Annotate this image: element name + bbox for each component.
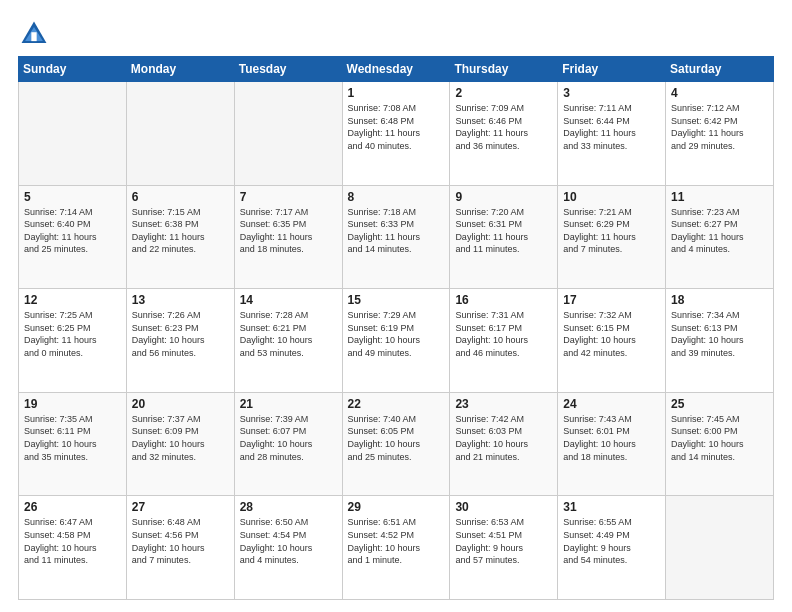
day-number: 29 [348, 500, 445, 514]
calendar-cell: 31Sunrise: 6:55 AM Sunset: 4:49 PM Dayli… [558, 496, 666, 600]
calendar-cell: 23Sunrise: 7:42 AM Sunset: 6:03 PM Dayli… [450, 392, 558, 496]
day-number: 23 [455, 397, 552, 411]
calendar-cell: 27Sunrise: 6:48 AM Sunset: 4:56 PM Dayli… [126, 496, 234, 600]
day-number: 24 [563, 397, 660, 411]
calendar-cell: 15Sunrise: 7:29 AM Sunset: 6:19 PM Dayli… [342, 289, 450, 393]
day-info: Sunrise: 7:42 AM Sunset: 6:03 PM Dayligh… [455, 413, 552, 463]
calendar-week-row: 26Sunrise: 6:47 AM Sunset: 4:58 PM Dayli… [19, 496, 774, 600]
calendar-cell: 6Sunrise: 7:15 AM Sunset: 6:38 PM Daylig… [126, 185, 234, 289]
calendar-week-row: 1Sunrise: 7:08 AM Sunset: 6:48 PM Daylig… [19, 82, 774, 186]
day-number: 9 [455, 190, 552, 204]
day-number: 8 [348, 190, 445, 204]
day-info: Sunrise: 6:51 AM Sunset: 4:52 PM Dayligh… [348, 516, 445, 566]
calendar-cell: 30Sunrise: 6:53 AM Sunset: 4:51 PM Dayli… [450, 496, 558, 600]
logo-icon [18, 18, 50, 50]
calendar-cell: 20Sunrise: 7:37 AM Sunset: 6:09 PM Dayli… [126, 392, 234, 496]
calendar-cell: 17Sunrise: 7:32 AM Sunset: 6:15 PM Dayli… [558, 289, 666, 393]
day-number: 12 [24, 293, 121, 307]
day-header-saturday: Saturday [666, 57, 774, 82]
day-info: Sunrise: 6:47 AM Sunset: 4:58 PM Dayligh… [24, 516, 121, 566]
day-info: Sunrise: 7:37 AM Sunset: 6:09 PM Dayligh… [132, 413, 229, 463]
day-info: Sunrise: 7:45 AM Sunset: 6:00 PM Dayligh… [671, 413, 768, 463]
calendar-cell: 8Sunrise: 7:18 AM Sunset: 6:33 PM Daylig… [342, 185, 450, 289]
calendar-cell: 5Sunrise: 7:14 AM Sunset: 6:40 PM Daylig… [19, 185, 127, 289]
calendar-week-row: 19Sunrise: 7:35 AM Sunset: 6:11 PM Dayli… [19, 392, 774, 496]
day-number: 28 [240, 500, 337, 514]
day-number: 3 [563, 86, 660, 100]
day-number: 10 [563, 190, 660, 204]
day-number: 2 [455, 86, 552, 100]
day-number: 6 [132, 190, 229, 204]
calendar-cell: 10Sunrise: 7:21 AM Sunset: 6:29 PM Dayli… [558, 185, 666, 289]
calendar-cell: 18Sunrise: 7:34 AM Sunset: 6:13 PM Dayli… [666, 289, 774, 393]
day-info: Sunrise: 6:55 AM Sunset: 4:49 PM Dayligh… [563, 516, 660, 566]
day-number: 4 [671, 86, 768, 100]
calendar-cell: 12Sunrise: 7:25 AM Sunset: 6:25 PM Dayli… [19, 289, 127, 393]
calendar-cell [19, 82, 127, 186]
calendar-cell: 19Sunrise: 7:35 AM Sunset: 6:11 PM Dayli… [19, 392, 127, 496]
day-info: Sunrise: 6:53 AM Sunset: 4:51 PM Dayligh… [455, 516, 552, 566]
day-number: 20 [132, 397, 229, 411]
day-number: 19 [24, 397, 121, 411]
day-number: 14 [240, 293, 337, 307]
day-info: Sunrise: 7:43 AM Sunset: 6:01 PM Dayligh… [563, 413, 660, 463]
day-number: 5 [24, 190, 121, 204]
calendar: SundayMondayTuesdayWednesdayThursdayFrid… [18, 56, 774, 600]
day-info: Sunrise: 7:23 AM Sunset: 6:27 PM Dayligh… [671, 206, 768, 256]
day-info: Sunrise: 7:28 AM Sunset: 6:21 PM Dayligh… [240, 309, 337, 359]
day-number: 22 [348, 397, 445, 411]
day-info: Sunrise: 7:26 AM Sunset: 6:23 PM Dayligh… [132, 309, 229, 359]
calendar-cell: 26Sunrise: 6:47 AM Sunset: 4:58 PM Dayli… [19, 496, 127, 600]
day-info: Sunrise: 7:12 AM Sunset: 6:42 PM Dayligh… [671, 102, 768, 152]
day-header-sunday: Sunday [19, 57, 127, 82]
calendar-cell: 1Sunrise: 7:08 AM Sunset: 6:48 PM Daylig… [342, 82, 450, 186]
day-info: Sunrise: 7:20 AM Sunset: 6:31 PM Dayligh… [455, 206, 552, 256]
calendar-week-row: 5Sunrise: 7:14 AM Sunset: 6:40 PM Daylig… [19, 185, 774, 289]
day-header-monday: Monday [126, 57, 234, 82]
day-info: Sunrise: 7:29 AM Sunset: 6:19 PM Dayligh… [348, 309, 445, 359]
day-info: Sunrise: 7:18 AM Sunset: 6:33 PM Dayligh… [348, 206, 445, 256]
calendar-cell: 13Sunrise: 7:26 AM Sunset: 6:23 PM Dayli… [126, 289, 234, 393]
calendar-cell: 21Sunrise: 7:39 AM Sunset: 6:07 PM Dayli… [234, 392, 342, 496]
calendar-cell: 11Sunrise: 7:23 AM Sunset: 6:27 PM Dayli… [666, 185, 774, 289]
day-info: Sunrise: 7:32 AM Sunset: 6:15 PM Dayligh… [563, 309, 660, 359]
day-number: 25 [671, 397, 768, 411]
day-info: Sunrise: 6:50 AM Sunset: 4:54 PM Dayligh… [240, 516, 337, 566]
calendar-cell: 29Sunrise: 6:51 AM Sunset: 4:52 PM Dayli… [342, 496, 450, 600]
calendar-cell: 22Sunrise: 7:40 AM Sunset: 6:05 PM Dayli… [342, 392, 450, 496]
calendar-cell [126, 82, 234, 186]
page: SundayMondayTuesdayWednesdayThursdayFrid… [0, 0, 792, 612]
day-number: 30 [455, 500, 552, 514]
day-number: 17 [563, 293, 660, 307]
day-info: Sunrise: 7:31 AM Sunset: 6:17 PM Dayligh… [455, 309, 552, 359]
day-number: 16 [455, 293, 552, 307]
calendar-cell: 28Sunrise: 6:50 AM Sunset: 4:54 PM Dayli… [234, 496, 342, 600]
day-header-wednesday: Wednesday [342, 57, 450, 82]
day-info: Sunrise: 7:11 AM Sunset: 6:44 PM Dayligh… [563, 102, 660, 152]
day-number: 26 [24, 500, 121, 514]
header [18, 18, 774, 50]
day-info: Sunrise: 7:08 AM Sunset: 6:48 PM Dayligh… [348, 102, 445, 152]
day-info: Sunrise: 7:17 AM Sunset: 6:35 PM Dayligh… [240, 206, 337, 256]
calendar-cell: 2Sunrise: 7:09 AM Sunset: 6:46 PM Daylig… [450, 82, 558, 186]
calendar-cell: 9Sunrise: 7:20 AM Sunset: 6:31 PM Daylig… [450, 185, 558, 289]
calendar-cell: 3Sunrise: 7:11 AM Sunset: 6:44 PM Daylig… [558, 82, 666, 186]
day-info: Sunrise: 7:15 AM Sunset: 6:38 PM Dayligh… [132, 206, 229, 256]
day-number: 13 [132, 293, 229, 307]
day-header-friday: Friday [558, 57, 666, 82]
calendar-cell [234, 82, 342, 186]
calendar-cell: 16Sunrise: 7:31 AM Sunset: 6:17 PM Dayli… [450, 289, 558, 393]
day-info: Sunrise: 7:35 AM Sunset: 6:11 PM Dayligh… [24, 413, 121, 463]
calendar-cell: 14Sunrise: 7:28 AM Sunset: 6:21 PM Dayli… [234, 289, 342, 393]
calendar-header-row: SundayMondayTuesdayWednesdayThursdayFrid… [19, 57, 774, 82]
day-info: Sunrise: 7:25 AM Sunset: 6:25 PM Dayligh… [24, 309, 121, 359]
day-number: 21 [240, 397, 337, 411]
day-number: 27 [132, 500, 229, 514]
day-number: 31 [563, 500, 660, 514]
calendar-week-row: 12Sunrise: 7:25 AM Sunset: 6:25 PM Dayli… [19, 289, 774, 393]
svg-rect-2 [31, 32, 36, 41]
calendar-cell: 24Sunrise: 7:43 AM Sunset: 6:01 PM Dayli… [558, 392, 666, 496]
day-number: 15 [348, 293, 445, 307]
day-info: Sunrise: 6:48 AM Sunset: 4:56 PM Dayligh… [132, 516, 229, 566]
day-info: Sunrise: 7:34 AM Sunset: 6:13 PM Dayligh… [671, 309, 768, 359]
